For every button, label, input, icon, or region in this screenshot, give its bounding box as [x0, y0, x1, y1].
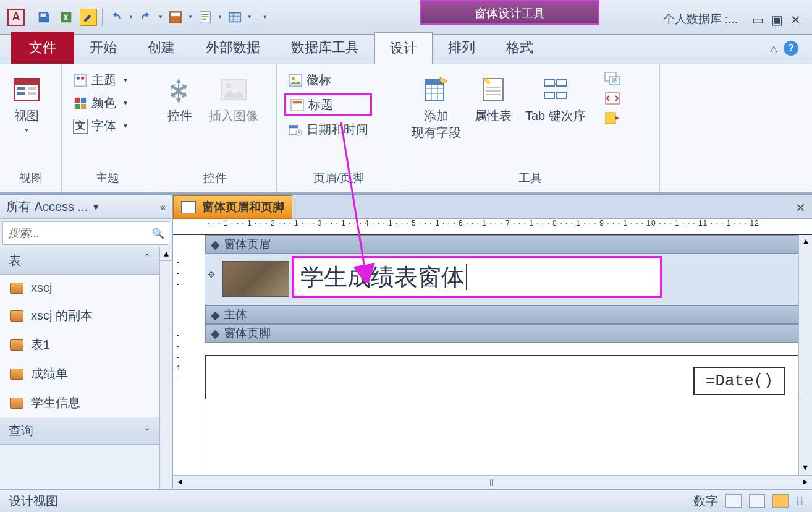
- svg-text:图: 图: [612, 77, 618, 84]
- form-dropdown-icon[interactable]: ▼: [187, 9, 194, 26]
- redo-icon[interactable]: [137, 9, 154, 26]
- nav-section-queries[interactable]: 查询⌄: [0, 417, 159, 445]
- save-icon[interactable]: [35, 9, 53, 26]
- logo-button[interactable]: 徽标: [284, 70, 372, 90]
- undo-dropdown-icon[interactable]: ▼: [127, 9, 135, 26]
- tab-format[interactable]: 格式: [491, 32, 549, 64]
- nav-item-xscj-copy[interactable]: xscj 的副本: [0, 301, 159, 330]
- design-surface: 窗体页眉和页脚 ✕ · · · 1 · · · 1 · · · 2 · · · …: [173, 195, 812, 489]
- group-controls-label: 控件: [161, 166, 269, 186]
- report-icon[interactable]: [197, 9, 214, 26]
- svg-rect-22: [293, 101, 302, 103]
- close-icon[interactable]: ✕: [790, 12, 801, 27]
- status-view-label: 设计视图: [9, 493, 58, 510]
- svg-rect-29: [544, 80, 554, 86]
- app-icon[interactable]: A: [7, 9, 25, 26]
- design-scrollbar-v[interactable]: ▴ ▾: [798, 235, 812, 475]
- datetime-button[interactable]: 日期和时间: [284, 120, 372, 139]
- group-theme: 主题▼ 颜色▼ 文字体▼ 主题: [62, 64, 153, 192]
- tab-external[interactable]: 外部数据: [190, 32, 276, 64]
- form-header-area[interactable]: ✥ 学生成绩表窗体: [205, 254, 798, 305]
- help-icon[interactable]: ?: [784, 41, 798, 56]
- search-icon[interactable]: 🔍: [152, 228, 164, 239]
- controls-button[interactable]: 控件: [161, 70, 199, 128]
- restore-icon[interactable]: ▣: [771, 12, 783, 27]
- date-textbox-control[interactable]: =Date(): [693, 367, 785, 395]
- nav-section-tables[interactable]: 表⌃: [0, 247, 159, 275]
- form-canvas[interactable]: ◆窗体页眉 ✥ 学生成绩表窗体 ◆主体 ◆窗体页脚 =Date(): [205, 235, 798, 475]
- excel-icon[interactable]: [57, 9, 75, 26]
- convert-macro-icon[interactable]: [601, 110, 624, 126]
- undo-icon[interactable]: [108, 9, 125, 26]
- nav-item-scores[interactable]: 成绩单: [0, 359, 159, 388]
- table-icon: [10, 310, 23, 322]
- table-dropdown-icon[interactable]: ▼: [246, 9, 253, 26]
- customize-qat-icon[interactable]: ▼: [259, 9, 271, 26]
- nav-item-table1[interactable]: 表1: [0, 330, 159, 359]
- ribbon-tabs: 文件 开始 创建 外部数据 数据库工具 设计 排列 格式 △ ?: [0, 35, 812, 64]
- datasheet-view-icon[interactable]: [749, 494, 765, 508]
- title-button[interactable]: 标题: [284, 93, 372, 116]
- insert-image-label: 插入图像: [209, 108, 258, 124]
- tab-home[interactable]: 开始: [74, 32, 132, 64]
- group-header-footer: 徽标 标题 日期和时间 页眉/页脚: [277, 64, 400, 192]
- nav-items: xscj xscj 的副本 表1 成绩单 学生信息: [0, 275, 159, 417]
- theme-button[interactable]: 主题▼: [69, 70, 132, 90]
- minimize-icon[interactable]: ▭: [752, 12, 764, 27]
- nav-item-xscj[interactable]: xscj: [0, 275, 159, 301]
- close-design-icon[interactable]: ✕: [795, 200, 806, 215]
- code-icon[interactable]: [601, 90, 624, 106]
- section-form-header[interactable]: ◆窗体页眉: [205, 235, 798, 254]
- form-icon[interactable]: [167, 9, 184, 26]
- title-text: 学生成绩表窗体: [300, 262, 465, 293]
- tab-design[interactable]: 设计: [374, 32, 433, 64]
- section-form-footer[interactable]: ◆窗体页脚: [205, 324, 798, 343]
- tab-dbtools[interactable]: 数据库工具: [276, 32, 374, 64]
- design-scrollbar-h[interactable]: ◂ ⫼ ▸: [173, 475, 812, 489]
- contextual-tab-title: 窗体设计工具: [420, 0, 599, 25]
- view-button[interactable]: 视图 ▼: [7, 70, 46, 137]
- table-icon: [10, 369, 23, 380]
- search-input[interactable]: [8, 227, 152, 240]
- logo-image-control[interactable]: [222, 261, 289, 297]
- color-button[interactable]: 颜色▼: [69, 93, 132, 113]
- table-icon[interactable]: [226, 9, 243, 26]
- nav-scrollbar[interactable]: ▴: [159, 247, 172, 489]
- collapse-ribbon-icon[interactable]: △: [770, 43, 777, 54]
- view-label: 视图: [14, 108, 39, 124]
- redo-dropdown-icon[interactable]: ▼: [157, 9, 164, 26]
- tab-file[interactable]: 文件: [11, 32, 74, 64]
- ruler-horizontal: · · · 1 · · · 1 · · · 2 · · · 1 · · · 3 …: [205, 219, 812, 235]
- property-sheet-button[interactable]: 属性表: [471, 70, 515, 128]
- add-fields-button[interactable]: 添加 现有字段: [408, 70, 465, 145]
- resize-grip-icon[interactable]: ⁞⁞: [796, 493, 803, 508]
- form-footer-area[interactable]: =Date(): [205, 355, 798, 399]
- edit-icon[interactable]: [80, 9, 97, 26]
- title-label-control[interactable]: 学生成绩表窗体: [292, 256, 662, 298]
- svg-rect-30: [557, 80, 567, 86]
- svg-point-11: [77, 76, 80, 79]
- nav-item-student-info[interactable]: 学生信息: [0, 388, 159, 417]
- tab-arrange[interactable]: 排列: [433, 32, 491, 64]
- subform-icon[interactable]: 图: [601, 70, 624, 87]
- design-view-icon[interactable]: [772, 494, 789, 508]
- svg-rect-10: [75, 74, 86, 85]
- move-handle-icon[interactable]: ✥: [208, 270, 215, 279]
- tab-create[interactable]: 创建: [132, 32, 190, 64]
- design-tab[interactable]: 窗体页眉和页脚: [173, 195, 292, 219]
- svg-rect-13: [75, 97, 80, 102]
- svg-point-18: [226, 83, 231, 88]
- group-controls: 控件 插入图像 控件: [153, 64, 277, 192]
- nav-collapse-icon[interactable]: «: [160, 202, 166, 213]
- property-sheet-label: 属性表: [475, 108, 512, 124]
- tab-order-button[interactable]: Tab 键次序: [522, 70, 590, 128]
- font-button[interactable]: 文字体▼: [69, 116, 132, 135]
- section-detail[interactable]: ◆主体: [205, 305, 798, 324]
- ribbon: 视图 ▼ 视图 主题▼ 颜色▼ 文字体▼ 主题 控件 插入图像 控件: [0, 64, 812, 194]
- form-view-icon[interactable]: [725, 494, 742, 508]
- insert-image-button[interactable]: 插入图像: [205, 70, 262, 128]
- report-dropdown-icon[interactable]: ▼: [216, 9, 224, 26]
- group-theme-label: 主题: [69, 166, 145, 186]
- ruler-vertical: --- ---1-: [173, 235, 205, 475]
- nav-header[interactable]: 所有 Access ... ▼ «: [0, 195, 172, 219]
